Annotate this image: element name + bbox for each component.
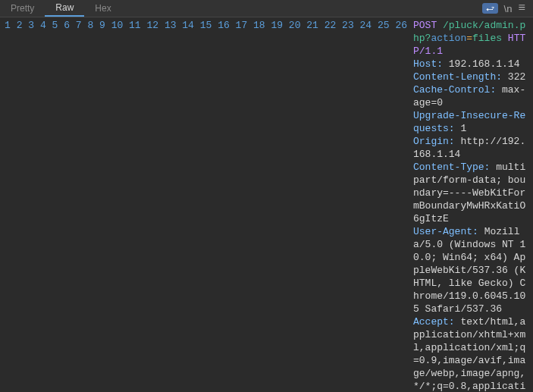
wrap-toggle-button[interactable]: ⮐	[482, 3, 498, 14]
header-host: Host:	[413, 58, 443, 70]
code-area[interactable]: POST /pluck/admin.php?action=files HTTP/…	[412, 17, 533, 392]
tab-raw[interactable]: Raw	[45, 0, 84, 17]
header-user-agent: User-Agent:	[413, 226, 478, 237]
http-method: POST	[413, 20, 437, 31]
menu-icon[interactable]: ≡	[518, 2, 525, 15]
header-origin: Origin:	[413, 136, 455, 147]
header-accept: Accept:	[413, 316, 455, 328]
header-content-length: Content-Length:	[413, 71, 502, 83]
toolbar-right: ⮐ \n ≡	[482, 2, 533, 15]
tab-hex[interactable]: Hex	[84, 1, 121, 16]
editor: 1 2 3 4 5 6 7 8 9 10 11 12 13 14 15 16 1…	[0, 17, 533, 392]
tab-pretty[interactable]: Pretty	[0, 1, 45, 16]
header-cache-control: Cache-Control:	[413, 84, 496, 96]
tab-bar: Pretty Raw Hex ⮐ \n ≡	[0, 0, 533, 17]
line-gutter: 1 2 3 4 5 6 7 8 9 10 11 12 13 14 15 16 1…	[0, 17, 412, 392]
newline-toggle-button[interactable]: \n	[504, 3, 513, 14]
header-upgrade-insecure: Upgrade-Insecure-Requests:	[413, 110, 525, 134]
header-content-type: Content-Type:	[413, 162, 490, 173]
